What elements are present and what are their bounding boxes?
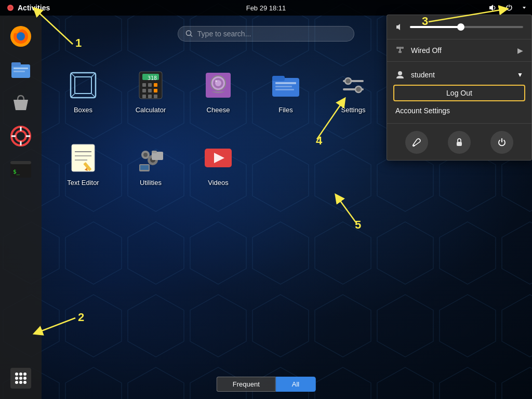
svg-rect-89	[457, 142, 462, 146]
activities-button[interactable]: Activities	[0, 0, 56, 16]
search-input[interactable]	[197, 30, 347, 38]
boxes-icon	[66, 69, 100, 102]
volume-control	[387, 15, 531, 37]
svg-rect-39	[148, 83, 152, 87]
svg-rect-84	[402, 47, 404, 49]
account-settings-item[interactable]: Account Settings	[387, 102, 531, 119]
app-item-cheese[interactable]: Cheese	[187, 57, 249, 125]
app-item-utilities[interactable]: Utilities	[119, 130, 182, 197]
volume-fill	[410, 26, 461, 28]
svg-text:318: 318	[148, 75, 157, 81]
svg-rect-42	[148, 89, 152, 92]
settings-bottom-btn[interactable]	[405, 131, 428, 154]
svg-point-24	[15, 381, 18, 384]
network-icon	[395, 46, 405, 55]
sidebar-item-app-grid[interactable]	[5, 363, 36, 394]
svg-rect-55	[275, 86, 292, 87]
power-icon	[505, 4, 513, 12]
svg-point-3	[17, 32, 25, 41]
text-editor-label: Text Editor	[67, 179, 99, 187]
svg-point-23	[23, 377, 26, 380]
svg-point-22	[19, 377, 22, 380]
power-off-icon	[497, 137, 507, 148]
divider-2	[387, 61, 531, 62]
wired-off-label: Wired Off	[411, 46, 442, 55]
volume-low-icon	[395, 22, 405, 32]
divider-1	[387, 39, 531, 39]
svg-point-25	[19, 381, 22, 384]
cheese-icon	[202, 69, 235, 102]
shopping-bag-icon	[8, 90, 33, 115]
svg-rect-6	[14, 68, 28, 69]
svg-point-73	[143, 153, 148, 157]
svg-rect-40	[154, 83, 157, 87]
svg-rect-86	[398, 51, 402, 53]
tab-all[interactable]: All	[276, 377, 315, 392]
svg-text:$_: $_	[13, 168, 20, 175]
app-grid-icon	[8, 366, 33, 391]
power-icon-btn[interactable]	[502, 0, 516, 16]
boxes-label: Boxes	[74, 106, 92, 114]
svg-rect-43	[154, 89, 157, 92]
svg-rect-77	[140, 165, 149, 170]
calculator-label: Calculator	[136, 106, 166, 114]
text-editor-icon	[66, 141, 100, 175]
tab-frequent[interactable]: Frequent	[217, 377, 276, 392]
svg-point-51	[215, 80, 217, 82]
bottom-tabs: Frequent All	[217, 377, 316, 392]
volume-thumb	[457, 23, 464, 31]
svg-point-87	[398, 71, 402, 75]
app-item-calculator[interactable]: 318 Calculator	[119, 57, 182, 125]
svg-rect-56	[275, 89, 294, 90]
gnome-icon	[6, 4, 15, 12]
topbar-chevron-down[interactable]	[518, 0, 530, 16]
user-chevron-icon: ▼	[517, 71, 523, 78]
clock: Feb 29 18:11	[246, 4, 286, 12]
videos-icon	[202, 141, 235, 175]
search-icon	[185, 30, 193, 38]
svg-rect-5	[11, 62, 21, 66]
activities-label: Activities	[18, 4, 50, 12]
svg-rect-46	[154, 95, 157, 98]
svg-point-60	[355, 86, 362, 92]
svg-point-26	[23, 381, 26, 384]
sidebar-item-files[interactable]	[5, 54, 36, 85]
chevron-down-icon	[522, 5, 527, 10]
svg-rect-79	[152, 151, 157, 153]
lock-icon	[454, 137, 464, 148]
logout-button[interactable]: Log Out	[393, 85, 525, 101]
files-icon	[269, 69, 302, 102]
volume-icon	[488, 4, 497, 12]
svg-rect-54	[275, 82, 296, 84]
svg-point-19	[19, 373, 22, 376]
user-section: student ▼ Log Out Account Settings	[387, 64, 531, 121]
svg-point-9	[16, 131, 26, 141]
svg-point-88	[414, 145, 415, 147]
app-item-text-editor[interactable]: Text Editor	[52, 130, 114, 197]
app-item-files[interactable]: Files	[255, 57, 317, 125]
volume-icon-btn[interactable]	[485, 0, 500, 16]
power-bottom-btn[interactable]	[490, 131, 513, 154]
svg-rect-66	[72, 144, 95, 171]
app-item-settings[interactable]: Settings	[322, 57, 384, 125]
lock-bottom-btn[interactable]	[448, 131, 471, 154]
wired-arrow-icon: ▶	[517, 46, 523, 55]
sidebar-item-help[interactable]	[5, 121, 36, 152]
wired-off-item[interactable]: Wired Off ▶	[387, 42, 531, 59]
sidebar-item-firefox[interactable]	[5, 21, 36, 52]
calculator-icon: 318	[134, 69, 167, 102]
utilities-label: Utilities	[140, 179, 162, 187]
sidebar-item-terminal[interactable]: $_	[5, 154, 36, 185]
sidebar-item-software-center[interactable]	[5, 87, 36, 118]
svg-line-28	[191, 35, 192, 36]
svg-point-18	[15, 373, 18, 376]
app-item-boxes[interactable]: Boxes	[52, 57, 114, 125]
firefox-icon	[8, 24, 33, 49]
settings-label: Settings	[341, 106, 366, 114]
svg-rect-41	[142, 89, 146, 92]
app-item-videos[interactable]: Videos	[187, 130, 249, 197]
sidebar: $_	[0, 16, 42, 399]
svg-rect-53	[272, 76, 285, 81]
wrench-icon	[411, 137, 422, 148]
volume-slider[interactable]	[410, 26, 523, 28]
